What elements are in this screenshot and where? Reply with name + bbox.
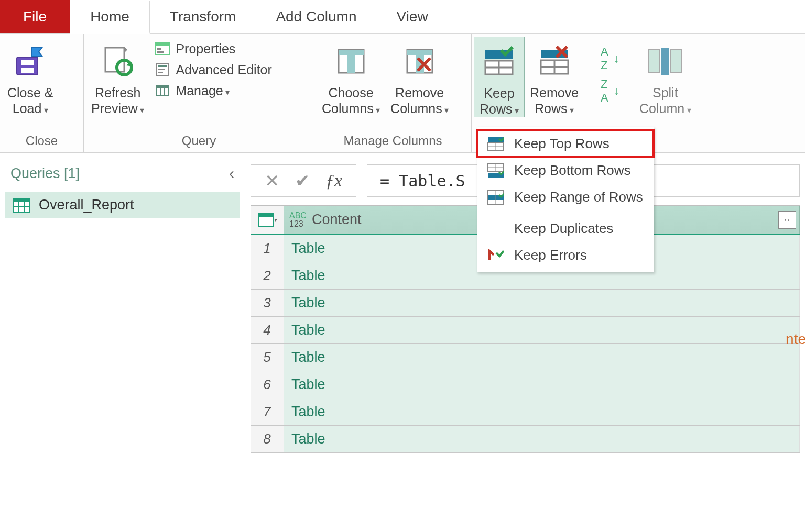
manage-icon [155,83,170,98]
cell-content[interactable]: Table [284,317,800,343]
advanced-editor-label: Advanced Editor [176,62,271,77]
svg-rect-18 [339,50,364,55]
table-row[interactable]: 6Table [251,371,800,398]
workspace: Queries [1] ‹ Overall_Report ✕ ✔ ƒx = Ta… [0,153,805,532]
table-icon [13,198,30,213]
svg-rect-1 [21,60,34,65]
formula-controls: ✕ ✔ ƒx [251,164,356,197]
sort-asc-icon: AZ [601,45,608,72]
properties-button[interactable]: Properties [153,40,274,58]
tab-view[interactable]: View [376,0,448,33]
svg-rect-8 [157,51,164,53]
queries-panel: Queries [1] ‹ Overall_Report [0,153,245,532]
close-load-label: Close & Load [7,85,53,116]
expand-column-button[interactable]: ↔ [778,211,796,229]
table-row[interactable]: 3Table [251,290,800,317]
remove-columns-label: Remove Columns [390,85,449,116]
accept-formula-icon[interactable]: ✔ [295,170,310,191]
query-settings-peek: nte [786,331,805,348]
row-number: 5 [251,344,284,371]
svg-rect-10 [158,65,167,67]
close-and-load-button[interactable]: Close & Load [2,37,59,116]
svg-rect-7 [157,48,161,50]
remove-columns-button[interactable]: Remove Columns [385,37,454,116]
group-label-query: Query [86,131,312,151]
menu-label: Keep Duplicates [514,220,613,237]
split-column-label: Split Column [639,85,691,116]
choose-columns-label: Choose Columns [322,85,380,116]
table-row[interactable]: 4Table [251,317,800,344]
tab-home[interactable]: Home [70,1,150,34]
menu-label: Keep Range of Rows [514,189,643,205]
fx-icon[interactable]: ƒx [325,171,342,191]
choose-columns-icon [335,40,367,83]
svg-rect-33 [661,48,669,75]
remove-rows-icon [539,40,570,83]
refresh-preview-button[interactable]: Refresh Preview [86,37,149,116]
row-number: 6 [251,371,284,398]
menu-separator [484,213,647,213]
cell-content[interactable]: Table [284,290,800,316]
close-load-icon [14,40,47,83]
manage-label: Manage [176,83,230,98]
remove-rows-label: Remove Rows [530,85,579,116]
advanced-editor-icon [155,62,170,77]
cell-content[interactable]: Table [284,426,800,452]
remove-columns-icon [404,40,436,83]
group-label-manage-columns: Manage Columns [317,131,469,151]
svg-rect-11 [158,69,165,70]
remove-rows-button[interactable]: Remove Rows [525,37,584,116]
query-item-label: Overall_Report [39,197,134,213]
row-number: 7 [251,398,284,425]
query-item[interactable]: Overall_Report [5,192,240,218]
tab-transform[interactable]: Transform [150,0,256,33]
svg-rect-12 [158,72,163,73]
column-header-label: Content [312,212,362,228]
advanced-editor-button[interactable]: Advanced Editor [153,61,274,79]
svg-rect-2 [21,68,34,73]
datatype-icon[interactable]: ABC123 [289,212,307,228]
select-all-button[interactable]: ▾ [251,206,284,234]
table-row[interactable]: 7Table [251,398,800,426]
table-row[interactable]: 5Table [251,344,800,371]
group-label-close: Close [2,131,81,151]
tab-add-column[interactable]: Add Column [256,0,376,33]
split-column-button[interactable]: Split Column [634,37,697,116]
menu-label: Keep Bottom Rows [514,162,631,179]
row-number: 4 [251,317,284,343]
sort-ascending-button[interactable]: AZ ↓ [599,44,622,73]
table-row[interactable]: 8Table [251,426,800,453]
svg-rect-31 [649,50,659,73]
menu-label: Keep Errors [514,247,587,263]
tab-file[interactable]: File [0,0,70,33]
ribbon: Close & Load Close Refresh Preview [0,34,805,153]
svg-rect-40 [258,214,273,217]
svg-rect-6 [156,43,169,46]
keep-top-rows-item[interactable]: Keep Top Rows [477,130,654,157]
split-column-icon [647,40,683,83]
keep-range-rows-icon [486,190,506,205]
row-number: 3 [251,290,284,316]
refresh-label: Refresh Preview [91,85,144,116]
cancel-formula-icon[interactable]: ✕ [265,170,279,191]
choose-columns-button[interactable]: Choose Columns [317,37,385,116]
svg-rect-19 [347,55,355,73]
keep-duplicates-item[interactable]: Keep Duplicates [477,215,654,242]
keep-range-rows-item[interactable]: Keep Range of Rows [477,184,654,210]
collapse-panel-button[interactable]: ‹ [229,164,234,182]
keep-bottom-rows-item[interactable]: Keep Bottom Rows [477,157,654,184]
properties-icon [155,41,170,57]
cell-content[interactable]: Table [284,371,800,398]
cell-content[interactable]: Table [284,344,800,371]
sort-descending-button[interactable]: ZA ↓ [599,76,622,106]
keep-rows-button[interactable]: Keep Rows [474,37,525,117]
arrow-down-icon: ↓ [614,84,619,98]
row-number: 1 [251,235,284,262]
svg-rect-14 [156,86,169,88]
ribbon-tabs: File Home Transform Add Column View [0,0,805,34]
cell-content[interactable]: Table [284,398,800,425]
refresh-icon [101,40,135,83]
manage-button[interactable]: Manage [153,82,274,99]
keep-rows-menu: Keep Top Rows Keep Bottom Rows Keep Rang… [477,127,654,272]
keep-errors-item[interactable]: Keep Errors [477,242,654,269]
